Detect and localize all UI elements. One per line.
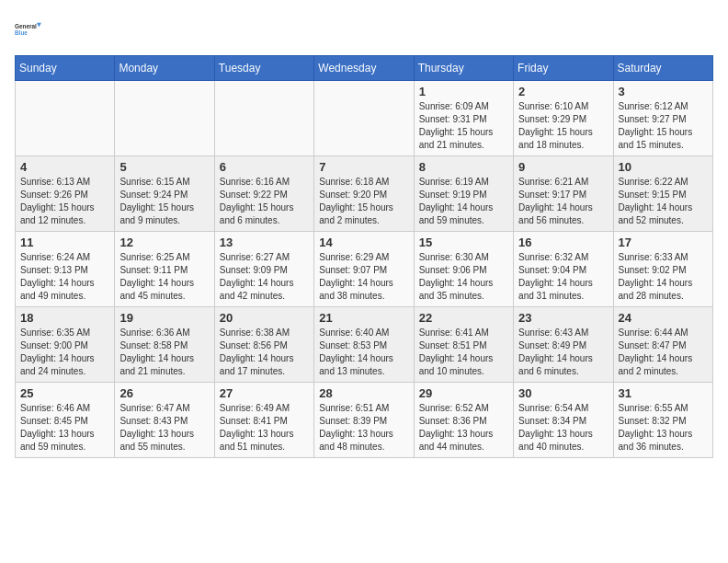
- calendar-cell: 11Sunrise: 6:24 AM Sunset: 9:13 PM Dayli…: [16, 232, 115, 307]
- svg-text:General: General: [15, 23, 37, 29]
- day-info: Sunrise: 6:55 AM Sunset: 8:32 PM Dayligh…: [619, 402, 708, 454]
- calendar-table: SundayMondayTuesdayWednesdayThursdayFrid…: [15, 55, 713, 458]
- calendar-week-5: 25Sunrise: 6:46 AM Sunset: 8:45 PM Dayli…: [16, 383, 713, 458]
- calendar-cell: 17Sunrise: 6:33 AM Sunset: 9:02 PM Dayli…: [613, 232, 712, 307]
- day-info: Sunrise: 6:35 AM Sunset: 9:00 PM Dayligh…: [20, 327, 109, 378]
- weekday-header-monday: Monday: [115, 56, 214, 81]
- day-number: 10: [619, 160, 708, 174]
- day-number: 15: [419, 236, 508, 249]
- day-info: Sunrise: 6:51 AM Sunset: 8:39 PM Dayligh…: [319, 402, 408, 454]
- day-number: 16: [518, 236, 608, 249]
- day-number: 17: [619, 236, 708, 249]
- calendar-cell: 12Sunrise: 6:25 AM Sunset: 9:11 PM Dayli…: [115, 232, 214, 307]
- day-number: 29: [419, 386, 508, 400]
- svg-text:Blue: Blue: [15, 29, 28, 36]
- weekday-header-wednesday: Wednesday: [314, 56, 414, 81]
- day-info: Sunrise: 6:47 AM Sunset: 8:43 PM Dayligh…: [119, 402, 209, 454]
- calendar-cell: 7Sunrise: 6:18 AM Sunset: 9:20 PM Daylig…: [314, 156, 414, 232]
- logo-icon: GeneralBlue: [15, 15, 44, 44]
- day-number: 21: [319, 311, 408, 325]
- day-info: Sunrise: 6:22 AM Sunset: 9:15 PM Dayligh…: [619, 176, 708, 227]
- calendar-week-3: 11Sunrise: 6:24 AM Sunset: 9:13 PM Dayli…: [16, 232, 713, 307]
- calendar-week-1: 1Sunrise: 6:09 AM Sunset: 9:31 PM Daylig…: [16, 81, 713, 156]
- day-number: 9: [518, 160, 608, 174]
- day-info: Sunrise: 6:49 AM Sunset: 8:41 PM Dayligh…: [220, 402, 309, 454]
- day-number: 1: [419, 85, 508, 98]
- calendar-cell: 9Sunrise: 6:21 AM Sunset: 9:17 PM Daylig…: [514, 156, 613, 232]
- day-info: Sunrise: 6:27 AM Sunset: 9:09 PM Dayligh…: [220, 251, 309, 303]
- calendar-cell: 26Sunrise: 6:47 AM Sunset: 8:43 PM Dayli…: [115, 383, 214, 458]
- day-info: Sunrise: 6:15 AM Sunset: 9:24 PM Dayligh…: [119, 176, 209, 227]
- calendar-cell: 8Sunrise: 6:19 AM Sunset: 9:19 PM Daylig…: [414, 156, 513, 232]
- day-info: Sunrise: 6:32 AM Sunset: 9:04 PM Dayligh…: [518, 251, 608, 303]
- day-number: 24: [619, 311, 708, 325]
- calendar-cell: [16, 81, 115, 156]
- weekday-header-friday: Friday: [514, 56, 613, 81]
- day-number: 20: [220, 311, 309, 325]
- logo: GeneralBlue: [15, 15, 44, 44]
- day-number: 6: [220, 160, 309, 174]
- day-info: Sunrise: 6:13 AM Sunset: 9:26 PM Dayligh…: [20, 176, 109, 227]
- day-info: Sunrise: 6:25 AM Sunset: 9:11 PM Dayligh…: [119, 251, 209, 303]
- calendar-cell: 15Sunrise: 6:30 AM Sunset: 9:06 PM Dayli…: [414, 232, 513, 307]
- day-number: 30: [518, 386, 608, 400]
- day-number: 25: [20, 386, 109, 400]
- day-info: Sunrise: 6:10 AM Sunset: 9:29 PM Dayligh…: [518, 100, 608, 152]
- calendar-cell: 20Sunrise: 6:38 AM Sunset: 8:56 PM Dayli…: [214, 307, 313, 383]
- weekday-header-saturday: Saturday: [613, 56, 712, 81]
- day-info: Sunrise: 6:36 AM Sunset: 8:58 PM Dayligh…: [119, 327, 209, 378]
- day-number: 11: [20, 236, 109, 249]
- day-info: Sunrise: 6:18 AM Sunset: 9:20 PM Dayligh…: [319, 176, 408, 227]
- calendar-cell: 23Sunrise: 6:43 AM Sunset: 8:49 PM Dayli…: [514, 307, 613, 383]
- day-info: Sunrise: 6:54 AM Sunset: 8:34 PM Dayligh…: [518, 402, 608, 454]
- day-number: 28: [319, 386, 408, 400]
- calendar-cell: 13Sunrise: 6:27 AM Sunset: 9:09 PM Dayli…: [214, 232, 313, 307]
- day-number: 7: [319, 160, 408, 174]
- calendar-cell: 24Sunrise: 6:44 AM Sunset: 8:47 PM Dayli…: [613, 307, 712, 383]
- day-info: Sunrise: 6:46 AM Sunset: 8:45 PM Dayligh…: [20, 402, 109, 454]
- day-number: 14: [319, 236, 408, 249]
- day-number: 5: [119, 160, 209, 174]
- calendar-cell: 14Sunrise: 6:29 AM Sunset: 9:07 PM Dayli…: [314, 232, 414, 307]
- day-info: Sunrise: 6:40 AM Sunset: 8:53 PM Dayligh…: [319, 327, 408, 378]
- calendar-cell: 10Sunrise: 6:22 AM Sunset: 9:15 PM Dayli…: [613, 156, 712, 232]
- day-info: Sunrise: 6:30 AM Sunset: 9:06 PM Dayligh…: [419, 251, 508, 303]
- weekday-header-tuesday: Tuesday: [214, 56, 313, 81]
- calendar-cell: 19Sunrise: 6:36 AM Sunset: 8:58 PM Dayli…: [115, 307, 214, 383]
- day-number: 31: [619, 386, 708, 400]
- day-info: Sunrise: 6:38 AM Sunset: 8:56 PM Dayligh…: [220, 327, 309, 378]
- day-number: 13: [220, 236, 309, 249]
- day-info: Sunrise: 6:21 AM Sunset: 9:17 PM Dayligh…: [518, 176, 608, 227]
- day-info: Sunrise: 6:09 AM Sunset: 9:31 PM Dayligh…: [419, 100, 508, 152]
- calendar-cell: 1Sunrise: 6:09 AM Sunset: 9:31 PM Daylig…: [414, 81, 513, 156]
- svg-marker-2: [37, 23, 41, 28]
- day-number: 19: [119, 311, 209, 325]
- calendar-cell: 2Sunrise: 6:10 AM Sunset: 9:29 PM Daylig…: [514, 81, 613, 156]
- calendar-cell: 28Sunrise: 6:51 AM Sunset: 8:39 PM Dayli…: [314, 383, 414, 458]
- day-number: 26: [119, 386, 209, 400]
- calendar-week-2: 4Sunrise: 6:13 AM Sunset: 9:26 PM Daylig…: [16, 156, 713, 232]
- calendar-cell: 31Sunrise: 6:55 AM Sunset: 8:32 PM Dayli…: [613, 383, 712, 458]
- calendar-week-4: 18Sunrise: 6:35 AM Sunset: 9:00 PM Dayli…: [16, 307, 713, 383]
- page-header: GeneralBlue: [15, 15, 713, 44]
- calendar-cell: 4Sunrise: 6:13 AM Sunset: 9:26 PM Daylig…: [16, 156, 115, 232]
- day-number: 22: [419, 311, 508, 325]
- calendar-cell: [214, 81, 313, 156]
- day-info: Sunrise: 6:41 AM Sunset: 8:51 PM Dayligh…: [419, 327, 508, 378]
- day-info: Sunrise: 6:19 AM Sunset: 9:19 PM Dayligh…: [419, 176, 508, 227]
- day-number: 3: [619, 85, 708, 98]
- day-info: Sunrise: 6:12 AM Sunset: 9:27 PM Dayligh…: [619, 100, 708, 152]
- day-number: 2: [518, 85, 608, 98]
- day-number: 12: [119, 236, 209, 249]
- calendar-cell: 29Sunrise: 6:52 AM Sunset: 8:36 PM Dayli…: [414, 383, 513, 458]
- calendar-cell: 25Sunrise: 6:46 AM Sunset: 8:45 PM Dayli…: [16, 383, 115, 458]
- day-info: Sunrise: 6:44 AM Sunset: 8:47 PM Dayligh…: [619, 327, 708, 378]
- calendar-cell: 18Sunrise: 6:35 AM Sunset: 9:00 PM Dayli…: [16, 307, 115, 383]
- day-info: Sunrise: 6:33 AM Sunset: 9:02 PM Dayligh…: [619, 251, 708, 303]
- day-number: 4: [20, 160, 109, 174]
- calendar-cell: 16Sunrise: 6:32 AM Sunset: 9:04 PM Dayli…: [514, 232, 613, 307]
- day-number: 23: [518, 311, 608, 325]
- calendar-cell: 30Sunrise: 6:54 AM Sunset: 8:34 PM Dayli…: [514, 383, 613, 458]
- calendar-cell: 22Sunrise: 6:41 AM Sunset: 8:51 PM Dayli…: [414, 307, 513, 383]
- day-info: Sunrise: 6:16 AM Sunset: 9:22 PM Dayligh…: [220, 176, 309, 227]
